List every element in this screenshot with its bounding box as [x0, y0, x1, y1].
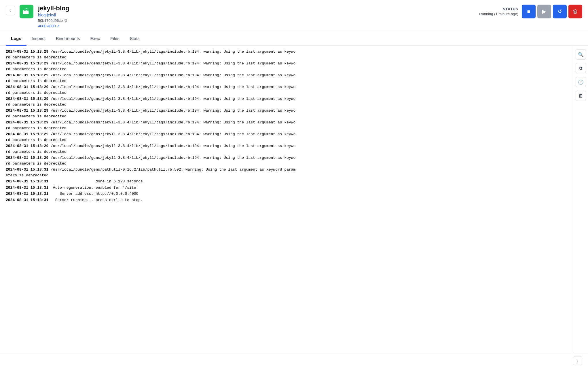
log-timestamp: 2024-08-31 15:18:31 — [6, 186, 48, 190]
log-message: done in 6.128 seconds. — [48, 179, 145, 184]
log-line: 2024-08-31 15:18:29 /usr/local/bundle/ge… — [6, 131, 567, 143]
log-line: 2024-08-31 15:18:29 /usr/local/bundle/ge… — [6, 119, 567, 131]
log-line: 2024-08-31 15:18:29 /usr/local/bundle/ge… — [6, 155, 567, 167]
status-block: STATUS Running (1 minute ago) — [479, 7, 518, 16]
log-timestamp: 2024-08-31 15:18:29 — [6, 97, 48, 101]
content-area: 2024-08-31 15:18:29 /usr/local/bundle/ge… — [0, 46, 588, 354]
log-timestamp: 2024-08-31 15:18:31 — [6, 167, 48, 172]
log-message: /usr/local/bundle/gems/jekyll-3.8.4/lib/… — [6, 85, 295, 95]
log-line: 2024-08-31 15:18:31 Server address: http… — [6, 191, 567, 197]
log-message: /usr/local/bundle/gems/jekyll-3.8.4/lib/… — [6, 73, 295, 83]
tab-bind-mounts[interactable]: Bind mounts — [51, 32, 85, 46]
delete-button[interactable]: 🗑 — [568, 5, 582, 18]
search-button[interactable]: 🔍 — [576, 49, 586, 60]
log-timestamp: 2024-08-31 15:18:29 — [6, 85, 48, 89]
log-line: 2024-08-31 15:18:31 Server running... pr… — [6, 197, 567, 203]
port-value: 4000:4000 — [38, 24, 56, 28]
log-message: /usr/local/bundle/gems/jekyll-3.8.4/lib/… — [6, 120, 295, 130]
sidebar-actions: 🔍 ⧉ 🕐 🗑 — [573, 46, 588, 354]
header-right: STATUS Running (1 minute ago) ■ ▶ ↺ 🗑 — [479, 5, 582, 18]
tab-inspect[interactable]: Inspect — [26, 32, 51, 46]
search-icon: 🔍 — [578, 52, 584, 57]
action-buttons: ■ ▶ ↺ 🗑 — [522, 5, 582, 18]
log-timestamp: 2024-08-31 15:18:29 — [6, 61, 48, 66]
log-message: Server running... press ctrl-c to stop. — [48, 198, 143, 202]
log-line: 2024-08-31 15:18:31 done in 6.128 second… — [6, 178, 567, 185]
log-line: 2024-08-31 15:18:29 /usr/local/bundle/ge… — [6, 143, 567, 155]
back-button[interactable]: ‹ — [6, 6, 15, 15]
log-message: Server address: http://0.0.0.0:4000 — [48, 192, 138, 196]
restart-button[interactable]: ↺ — [553, 5, 567, 18]
log-timestamp: 2024-08-31 15:18:29 — [6, 156, 48, 160]
log-timestamp: 2024-08-31 15:18:31 — [6, 179, 48, 184]
log-timestamp: 2024-08-31 15:18:29 — [6, 120, 48, 125]
tab-logs[interactable]: Logs — [6, 32, 26, 46]
container-id-row: 50b1709d96ce ⧉ — [38, 18, 475, 23]
clock-icon: 🕐 — [578, 79, 584, 85]
header: ‹ jekyll-blog blog-jekyll 50b1709d96ce ⧉… — [0, 0, 588, 32]
log-timestamp: 2024-08-31 15:18:29 — [6, 108, 48, 113]
log-message: Auto-regeneration: enabled for '/site' — [48, 186, 138, 190]
start-button[interactable]: ▶ — [537, 5, 551, 18]
log-message: /usr/local/bundle/gems/jekyll-3.8.4/lib/… — [6, 156, 295, 166]
log-message: /usr/local/bundle/gems/jekyll-3.8.4/lib/… — [6, 61, 295, 71]
log-timestamp: 2024-08-31 15:18:29 — [6, 144, 48, 148]
scroll-down-icon: ↓ — [576, 358, 579, 363]
log-message: /usr/local/bundle/gems/jekyll-3.8.4/lib/… — [6, 49, 295, 60]
tab-stats[interactable]: Stats — [125, 32, 145, 46]
log-message: /usr/local/bundle/gems/jekyll-3.8.4/lib/… — [6, 132, 295, 142]
log-line: 2024-08-31 15:18:31 /usr/local/bundle/ge… — [6, 167, 567, 178]
copy-id-icon[interactable]: ⧉ — [65, 18, 67, 23]
trash-icon: 🗑 — [578, 93, 583, 98]
log-timestamp: 2024-08-31 15:18:31 — [6, 198, 48, 202]
clear-logs-button[interactable]: 🗑 — [576, 91, 586, 101]
container-info: jekyll-blog blog-jekyll 50b1709d96ce ⧉ 4… — [38, 5, 475, 28]
container-id: 50b1709d96ce — [38, 18, 63, 23]
log-line: 2024-08-31 15:18:31 Auto-regeneration: e… — [6, 185, 567, 191]
timestamps-button[interactable]: 🕐 — [576, 77, 586, 87]
copy-logs-button[interactable]: ⧉ — [576, 63, 586, 73]
scroll-bottom-bar: ↓ — [0, 354, 588, 368]
tab-exec[interactable]: Exec — [85, 32, 105, 46]
container-icon — [20, 5, 33, 18]
log-message: /usr/local/bundle/gems/jekyll-3.8.4/lib/… — [6, 97, 295, 107]
container-logo-icon — [22, 7, 31, 16]
log-message: /usr/local/bundle/gems/jekyll-3.8.4/lib/… — [6, 144, 295, 154]
log-timestamp: 2024-08-31 15:18:31 — [6, 192, 48, 196]
log-message: /usr/local/bundle/gems/pathutil-0.16.2/l… — [6, 167, 295, 178]
container-name: jekyll-blog — [38, 5, 475, 12]
log-panel[interactable]: 2024-08-31 15:18:29 /usr/local/bundle/ge… — [0, 46, 573, 354]
tab-files[interactable]: Files — [105, 32, 125, 46]
port-row: 4000:4000 ↗ — [38, 23, 475, 28]
log-message: /usr/local/bundle/gems/jekyll-3.8.4/lib/… — [6, 108, 295, 119]
log-line: 2024-08-31 15:18:29 /usr/local/bundle/ge… — [6, 49, 567, 60]
log-line: 2024-08-31 15:18:29 /usr/local/bundle/ge… — [6, 84, 567, 96]
copy-icon: ⧉ — [579, 66, 582, 71]
tab-bar: Logs Inspect Bind mounts Exec Files Stat… — [0, 32, 588, 46]
log-timestamp: 2024-08-31 15:18:29 — [6, 73, 48, 77]
container-link[interactable]: blog-jekyll — [38, 13, 475, 17]
log-line: 2024-08-31 15:18:29 /usr/local/bundle/ge… — [6, 72, 567, 84]
scroll-to-bottom-button[interactable]: ↓ — [573, 356, 582, 365]
log-line: 2024-08-31 15:18:29 /usr/local/bundle/ge… — [6, 96, 567, 108]
external-link-icon: ↗ — [57, 24, 60, 28]
port-link[interactable]: 4000:4000 ↗ — [38, 24, 60, 28]
log-timestamp: 2024-08-31 15:18:29 — [6, 49, 48, 54]
log-line: 2024-08-31 15:18:29 /usr/local/bundle/ge… — [6, 60, 567, 72]
log-timestamp: 2024-08-31 15:18:29 — [6, 132, 48, 136]
log-line: 2024-08-31 15:18:29 /usr/local/bundle/ge… — [6, 108, 567, 119]
status-value: Running (1 minute ago) — [479, 12, 518, 16]
status-label: STATUS — [479, 7, 518, 11]
stop-button[interactable]: ■ — [522, 5, 536, 18]
